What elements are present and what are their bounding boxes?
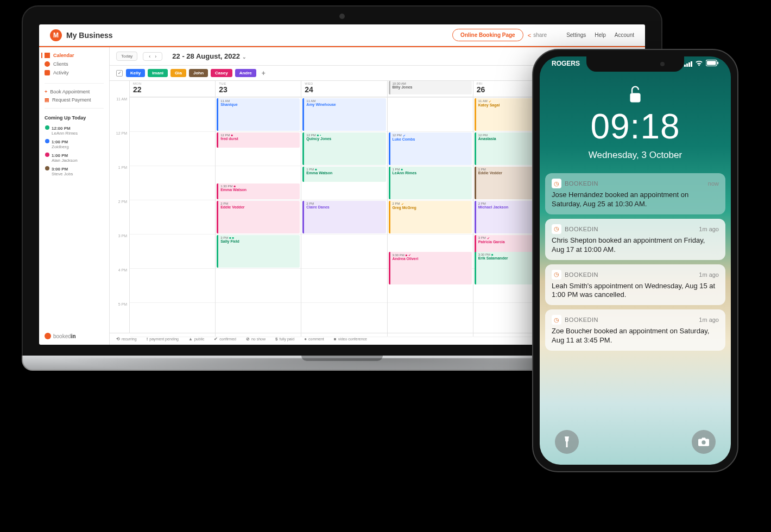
staff-all-checkbox[interactable]: ✓	[116, 70, 123, 77]
calendar-event[interactable]: 1:30 PM ■Emma Watson	[217, 183, 300, 199]
notif-app-icon: ◷	[552, 224, 561, 234]
day-slots[interactable]: 10:30 AM Billy Jones12 PM ✔Luke Combs1 P…	[388, 97, 473, 337]
notif-body: Chris Shepton booked an appointment on F…	[552, 236, 719, 255]
notification[interactable]: ◷BOOKEDIN1m agoChris Shepton booked an a…	[545, 219, 725, 260]
next-week-button[interactable]: ›	[153, 54, 159, 59]
svg-rect-2	[717, 62, 718, 65]
legend-item: ● comment	[304, 337, 324, 341]
week-nav: ‹ ›	[143, 52, 162, 61]
carrier-label: ROGERS	[552, 60, 580, 68]
legend-item: ⟲ recurring	[116, 337, 137, 341]
notif-app-icon: ◷	[552, 315, 561, 325]
day-slots[interactable]: 11 AM Amy Winehouse12 PM ■ ▪Quincy Jones…	[301, 97, 387, 337]
date-range[interactable]: 22 - 28 August, 2022⌄	[172, 52, 247, 60]
sidebar-nav: Calendar Clients Activity	[45, 53, 104, 75]
link-help[interactable]: Help	[595, 32, 606, 38]
link-settings[interactable]: Settings	[566, 32, 586, 38]
day-header: MON22	[130, 81, 215, 97]
coming-up-title: Coming Up Today	[45, 115, 104, 121]
calendar-event[interactable]: 12 PM ■fred durst	[217, 132, 300, 148]
online-booking-button[interactable]: Online Booking Page	[452, 29, 523, 41]
upcoming-item[interactable]: 1:00 PMAlan Jackson	[45, 151, 104, 164]
hour-label: 3 PM	[110, 234, 129, 268]
upcoming-time: 3:00 PM	[52, 167, 68, 172]
calendar-event[interactable]: 1 PM ■Emma Watson	[302, 167, 386, 182]
upcoming-name: Alan Jackson	[52, 158, 103, 163]
battery-icon	[706, 60, 719, 68]
prev-week-button[interactable]: ‹	[147, 54, 153, 59]
notif-app-name: BOOKEDIN	[565, 271, 598, 278]
color-dot	[45, 125, 49, 130]
upcoming-item[interactable]: 3:00 PMSteve Jobs	[45, 164, 104, 178]
calendar-event[interactable]: 2 PM ✔Greg McGreg	[389, 201, 472, 233]
staff-chip[interactable]: Casey	[211, 69, 232, 77]
chevron-down-icon: ⌄	[242, 54, 247, 60]
notif-app-icon: ◷	[552, 270, 561, 280]
nav-activity[interactable]: Activity	[45, 70, 104, 75]
hour-label: 5 PM	[110, 302, 129, 337]
app-header: M My Business Online Booking Page < shar…	[39, 24, 645, 46]
share-button[interactable]: < share	[528, 32, 547, 39]
notif-body: Zoe Boucher booked an appointment on Sat…	[552, 327, 719, 345]
coming-up-panel: Coming Up Today 12:00 PMLeAnn Rimes1:00 …	[45, 115, 104, 178]
calendar-event[interactable]: 3 PM ■ ■Sally Field	[217, 235, 300, 268]
notif-app-name: BOOKEDIN	[565, 180, 598, 187]
calendar-event[interactable]: 3:30 PM ■ ✔Andrea Oliveri	[389, 252, 472, 284]
add-staff-button[interactable]: +	[260, 69, 268, 77]
calendar-event[interactable]: 11 AM Amy Winehouse	[302, 98, 386, 131]
calendar-event[interactable]: 12 PM ■ ▪Quincy Jones	[302, 132, 386, 165]
legend-item: ⊘ no show	[246, 337, 266, 341]
staff-chip[interactable]: Andre	[235, 69, 256, 77]
staff-chip[interactable]: John	[189, 69, 208, 77]
camera-button[interactable]	[692, 430, 716, 454]
upcoming-item[interactable]: 1:00 PMZoidberg	[45, 137, 104, 151]
clients-icon	[45, 61, 50, 67]
phone-screen: ROGERS 09:18 Wednesday, 3 October ◷BOOKE…	[540, 56, 731, 465]
day-column[interactable]: MON22	[130, 81, 216, 337]
notif-app-name: BOOKEDIN	[565, 226, 598, 232]
lockscreen-date: Wednesday, 3 October	[540, 150, 731, 161]
day-header: WED24	[301, 81, 387, 97]
staff-chip[interactable]: Kelly	[126, 69, 145, 77]
calendar-event[interactable]: 1 PM ■LeAnn Rimes	[389, 167, 472, 199]
calendar-event[interactable]: 12 PM ✔Luke Combs	[389, 132, 472, 165]
header-links: Settings Help Account	[566, 32, 634, 38]
status-icons	[684, 60, 719, 68]
wifi-icon	[695, 60, 703, 68]
nav-calendar[interactable]: Calendar	[41, 53, 104, 58]
day-column[interactable]: WED2411 AM Amy Winehouse12 PM ■ ▪Quincy …	[301, 81, 387, 337]
staff-chip[interactable]: Imani	[148, 69, 168, 77]
day-column[interactable]: TUE2311 AM Shanique12 PM ■fred durst1:30…	[216, 81, 301, 337]
staff-chip[interactable]: Gia	[170, 69, 186, 77]
notif-time: 1m ago	[699, 316, 719, 323]
day-column[interactable]: THU2510:30 AM Billy Jones12 PM ✔Luke Com…	[388, 81, 473, 337]
calendar-icon	[45, 53, 50, 58]
action-book[interactable]: +Book Appointment	[45, 89, 104, 94]
flashlight-button[interactable]	[555, 430, 579, 454]
action-payment[interactable]: ▤Request Payment	[45, 97, 104, 103]
notif-time: 1m ago	[699, 271, 719, 278]
day-slots[interactable]	[130, 97, 215, 337]
hour-label: 2 PM	[110, 200, 129, 234]
notification[interactable]: ◷BOOKEDINnowJose Hernández booked an app…	[545, 173, 725, 214]
svg-rect-3	[630, 93, 640, 103]
link-account[interactable]: Account	[615, 32, 634, 38]
day-slots[interactable]: 11 AM Shanique12 PM ■fred durst1:30 PM ■…	[216, 97, 301, 337]
calendar-event[interactable]: 2 PM Eddie Vedder	[217, 201, 300, 233]
hour-label: 1 PM	[110, 166, 129, 200]
plus-icon: +	[45, 89, 47, 94]
upcoming-name: Zoidberg	[52, 144, 103, 149]
nav-clients[interactable]: Clients	[45, 61, 104, 67]
color-dot	[45, 153, 49, 157]
calendar-event[interactable]: 2 PM Claire Danes	[302, 201, 386, 233]
calendar-event[interactable]: 10:30 AM Billy Jones	[389, 81, 472, 94]
notification[interactable]: ◷BOOKEDIN1m agoZoe Boucher booked an app…	[545, 309, 725, 351]
upcoming-name: Steve Jobs	[52, 172, 103, 176]
upcoming-item[interactable]: 12:00 PMLeAnn Rimes	[45, 124, 104, 137]
calendar-event[interactable]: 11 AM Shanique	[217, 98, 300, 131]
svg-rect-1	[707, 61, 716, 65]
today-button[interactable]: Today	[116, 52, 137, 61]
notif-time: now	[708, 180, 719, 187]
notification[interactable]: ◷BOOKEDIN1m agoLeah Smith's appointment …	[545, 264, 725, 306]
notif-body: Jose Hernández booked an appointment on …	[552, 191, 719, 209]
